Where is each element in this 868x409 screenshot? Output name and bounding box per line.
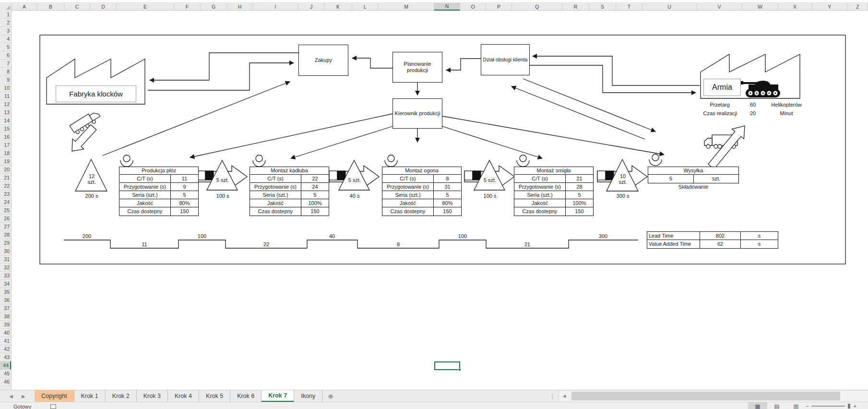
add-sheet-icon[interactable]: ⊕ <box>322 390 339 402</box>
row-header[interactable]: 30 <box>0 247 11 255</box>
row-header[interactable]: 37 <box>0 304 11 313</box>
row-header[interactable]: 25 <box>0 206 11 215</box>
row-header[interactable]: 19 <box>0 157 11 166</box>
dzial-box[interactable]: Dział obsługi klienta <box>481 44 530 75</box>
column-header[interactable]: G <box>201 3 227 11</box>
select-all-corner[interactable] <box>0 3 12 11</box>
view-normal-icon[interactable]: ▦ <box>748 402 767 409</box>
tabs-scroll-left-icon[interactable]: ◀ <box>9 394 13 399</box>
row-header[interactable]: 45 <box>0 370 11 378</box>
row-header[interactable]: 24 <box>0 198 11 206</box>
column-header[interactable]: E <box>117 3 174 11</box>
row-header[interactable]: 8 <box>0 68 11 76</box>
zoom-slider-track[interactable] <box>811 406 845 407</box>
row-header[interactable]: 32 <box>0 264 11 272</box>
row-header[interactable]: 5 <box>0 43 11 51</box>
row-header[interactable]: 23 <box>0 190 11 198</box>
fill-handle[interactable] <box>458 368 461 371</box>
row-header[interactable]: 43 <box>0 353 11 361</box>
row-header[interactable]: 31 <box>0 255 11 264</box>
scroll-left-icon[interactable]: ◀ <box>559 394 570 398</box>
column-header[interactable]: M <box>379 3 434 11</box>
sheet-tab[interactable]: Copyright <box>35 390 74 402</box>
column-header[interactable]: I <box>253 3 298 11</box>
row-header[interactable]: 17 <box>0 141 11 149</box>
column-header[interactable]: X <box>778 3 812 11</box>
selected-cell[interactable] <box>434 361 460 370</box>
zoom-in-icon[interactable]: + <box>853 403 856 409</box>
column-header[interactable]: U <box>642 3 697 11</box>
row-header[interactable]: 15 <box>0 125 11 133</box>
zoom-slider-thumb[interactable] <box>848 404 850 409</box>
row-header[interactable]: 35 <box>0 288 11 296</box>
scrollbar-track[interactable] <box>570 390 868 402</box>
process-table-montaz-kadluba[interactable]: Montaż kadłuba C/T (s)22 Przygotowanie (… <box>250 167 329 216</box>
macro-record-icon[interactable] <box>50 404 56 409</box>
sheet-tab[interactable]: Krok 3 <box>137 390 168 402</box>
column-header[interactable]: C <box>64 3 90 11</box>
sheet-tab[interactable]: Krok 2 <box>106 390 137 402</box>
row-header[interactable]: 41 <box>0 337 11 345</box>
row-header[interactable]: 6 <box>0 51 11 60</box>
column-header[interactable]: P <box>486 3 512 11</box>
column-header[interactable]: O <box>460 3 486 11</box>
row-header[interactable]: 38 <box>0 313 11 321</box>
zakupy-box[interactable]: Zakupy <box>298 45 348 76</box>
row-header[interactable]: 13 <box>0 108 11 117</box>
column-header[interactable]: L <box>352 3 379 11</box>
row-header[interactable]: 36 <box>0 296 11 304</box>
row-header[interactable]: 42 <box>0 345 11 353</box>
column-header[interactable]: Y <box>812 3 848 11</box>
row-header[interactable]: 21 <box>0 174 11 182</box>
column-header[interactable]: H <box>227 3 253 11</box>
column-header[interactable]: Z <box>848 3 868 11</box>
column-header[interactable]: R <box>562 3 589 11</box>
sheet-tab[interactable]: Ikony <box>294 390 322 402</box>
scrollbar-thumb[interactable] <box>571 392 840 400</box>
row-header[interactable]: 3 <box>0 27 11 35</box>
row-header[interactable]: 46 <box>0 378 11 386</box>
row-header[interactable]: 1 <box>0 11 11 19</box>
row-header[interactable]: 40 <box>0 329 11 337</box>
sheet-tab[interactable]: Krok 5 <box>199 390 230 402</box>
horizontal-scrollbar[interactable]: ◀ <box>559 390 868 402</box>
row-header[interactable]: 16 <box>0 133 11 141</box>
column-header[interactable]: F <box>174 3 201 11</box>
leadtime-table[interactable]: Lead Time 802 s Value Added Time 62 s <box>647 231 778 249</box>
row-header[interactable]: 12 <box>0 100 11 108</box>
row-header[interactable]: 27 <box>0 223 11 231</box>
column-header[interactable]: A <box>12 3 37 11</box>
tabs-scroll-right-icon[interactable]: ▶ <box>22 394 25 399</box>
row-header[interactable]: 26 <box>0 215 11 223</box>
row-header[interactable]: 14 <box>0 117 11 125</box>
row-header[interactable]: 9 <box>0 76 11 84</box>
row-header[interactable]: 18 <box>0 149 11 157</box>
row-header[interactable]: 28 <box>0 231 11 239</box>
planowanie-box[interactable]: Planowanie produkcji <box>392 52 442 83</box>
column-header[interactable]: W <box>742 3 778 11</box>
zoom-out-icon[interactable]: − <box>806 403 809 409</box>
row-header[interactable]: 34 <box>0 280 11 288</box>
sheet-tab[interactable]: Krok 7 <box>262 390 294 402</box>
shipping-table[interactable]: Wysyłka 5 szt. <box>648 167 739 183</box>
row-header[interactable]: 20 <box>0 166 11 174</box>
column-header[interactable]: S <box>589 3 616 11</box>
view-page-layout-icon[interactable]: ▤ <box>767 402 786 409</box>
view-page-break-icon[interactable]: ▥ <box>786 402 806 409</box>
row-header[interactable]: 33 <box>0 272 11 280</box>
customer-label-box[interactable]: Armia <box>703 79 741 96</box>
column-header[interactable]: Q <box>512 3 562 11</box>
column-header[interactable]: D <box>90 3 117 11</box>
supplier-label-box[interactable]: Fabryka klocków <box>56 85 136 102</box>
process-table-produkcja-ploz[interactable]: Produkcja płóz C/T (s)11 Przygotowanie (… <box>119 167 199 216</box>
column-header[interactable]: J <box>298 3 324 11</box>
row-header[interactable]: 29 <box>0 239 11 247</box>
column-header[interactable]: T <box>616 3 642 11</box>
row-header[interactable]: 39 <box>0 321 11 329</box>
row-header[interactable]: 2 <box>0 19 11 27</box>
process-table-montaz-smigla[interactable]: Montaż smigła C/T (s)21 Przygotowanie (s… <box>514 167 594 216</box>
row-header[interactable]: 22 <box>0 182 11 190</box>
process-table-montaz-ogona[interactable]: Montaż ogona C/T (s)8 Przygotowanie (s)3… <box>382 167 462 216</box>
row-header[interactable]: 10 <box>0 84 11 92</box>
column-header[interactable]: B <box>37 3 64 11</box>
